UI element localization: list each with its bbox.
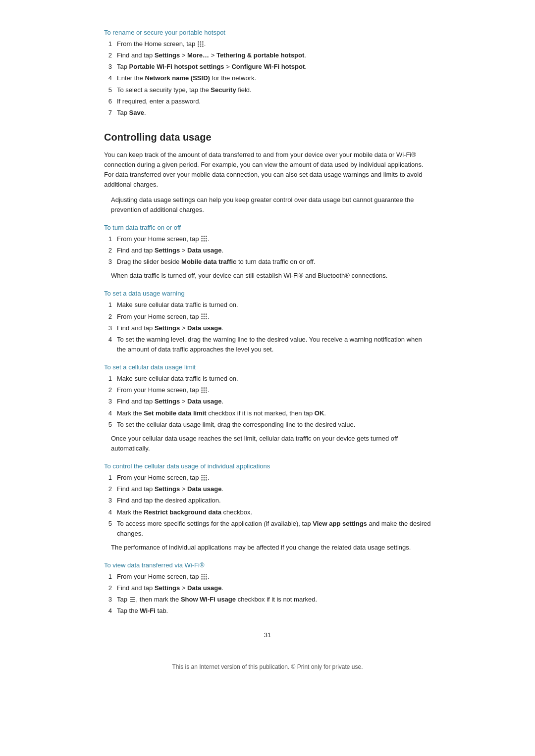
note-individual-apps: The performance of individual applicatio… [111,543,431,553]
svg-point-11 [206,236,207,238]
svg-point-4 [200,43,202,45]
svg-point-7 [200,46,202,47]
list-item: 3 Tap , then mark the Show Wi-Fi usage c… [104,595,431,605]
rename-hotspot-steps: 1 From the Home screen, tap . 2 Find and… [104,39,431,118]
svg-point-19 [204,313,205,315]
svg-point-47 [206,574,207,575]
intro-para-1: You can keep track of the amount of data… [104,150,431,190]
svg-point-27 [201,387,203,389]
apps-icon [197,40,204,48]
svg-point-0 [198,41,199,43]
apps-icon [201,313,208,320]
list-item: 3 Find and tap the desired application. [104,496,431,505]
section-title-turn-data: To turn data traffic on or off [104,224,431,231]
section-title-rename: To rename or secure your portable hotspo… [104,29,431,36]
list-item: 6 If required, enter a password. [104,97,431,106]
svg-point-36 [201,475,203,476]
note-data-limit: Once your cellular data usage reaches th… [111,434,431,454]
section-title-data-warning: To set a data usage warning [104,290,431,297]
svg-point-12 [201,238,203,240]
svg-point-1 [200,41,202,43]
apps-icon [201,474,208,481]
svg-point-23 [206,316,207,317]
list-item: 1 Make sure cellular data traffic is tur… [104,300,431,310]
svg-point-51 [201,578,203,580]
individual-apps-steps: 1 From your Home screen, tap . 2 Find an… [104,473,431,539]
svg-point-13 [204,238,205,240]
section-title-data-limit: To set a cellular data usage limit [104,363,431,371]
svg-point-2 [202,41,204,43]
svg-point-43 [204,479,205,481]
apps-icon [201,386,208,394]
svg-point-40 [204,477,205,478]
svg-point-16 [204,240,205,242]
svg-point-15 [201,240,203,242]
list-item: 4 Mark the Set mobile data limit checkbo… [104,408,431,418]
svg-point-21 [201,316,203,317]
svg-point-8 [202,46,204,47]
svg-point-24 [201,318,203,319]
svg-rect-54 [130,597,135,598]
svg-point-26 [206,318,207,319]
svg-point-17 [206,240,207,242]
data-warning-steps: 1 Make sure cellular data traffic is tur… [104,300,431,354]
list-item: 4 Tap the Wi-Fi tab. [104,606,431,616]
list-item: 3 Drag the slider beside Mobile data tra… [104,257,431,267]
list-item: 4 To set the warning level, drag the war… [104,335,431,354]
svg-point-28 [204,387,205,389]
svg-point-32 [206,389,207,391]
svg-point-31 [204,389,205,391]
svg-point-44 [206,479,207,481]
page-container: To rename or secure your portable hotspo… [74,0,461,700]
svg-point-3 [198,43,199,45]
main-heading: Controlling data usage [104,132,431,143]
wifi-data-steps: 1 From your Home screen, tap . 2 Find an… [104,572,431,616]
list-item: 5 To set the cellular data usage limit, … [104,420,431,430]
svg-point-37 [204,475,205,476]
svg-point-29 [206,387,207,389]
svg-point-35 [206,392,207,393]
list-item: 3 Tap Portable Wi-Fi hotspot settings > … [104,62,431,72]
list-item: 2 From your Home screen, tap . [104,385,431,395]
svg-point-42 [201,479,203,481]
svg-point-39 [201,477,203,478]
svg-point-18 [201,313,203,315]
svg-point-10 [204,236,205,238]
list-item: 3 Find and tap Settings > Data usage. [104,397,431,406]
list-item: 2 From your Home screen, tap . [104,312,431,322]
list-item: 5 To select a security type, tap the Sec… [104,85,431,95]
svg-point-5 [202,43,204,45]
list-item: 4 Enter the Network name (SSID) for the … [104,73,431,83]
rename-hotspot-section: To rename or secure your portable hotspo… [104,29,431,118]
list-item: 1 From your Home screen, tap . [104,572,431,582]
svg-point-38 [206,475,207,476]
svg-point-6 [198,46,199,47]
apps-icon [201,573,208,580]
list-item: 2 Find and tap Settings > More… > Tether… [104,50,431,60]
list-item: 2 Find and tap Settings > Data usage. [104,246,431,255]
svg-point-14 [206,238,207,240]
list-item: 7 Tap Save. [104,108,431,118]
svg-rect-55 [130,599,135,600]
svg-rect-56 [130,601,135,602]
svg-point-53 [206,578,207,580]
svg-point-45 [201,574,203,575]
page-number: 31 [104,631,431,639]
svg-point-30 [201,389,203,391]
svg-point-50 [206,576,207,577]
list-item: 3 Find and tap Settings > Data usage. [104,323,431,333]
data-limit-steps: 1 Make sure cellular data traffic is tur… [104,374,431,430]
list-item: 1 Make sure cellular data traffic is tur… [104,374,431,384]
list-item: 2 Find and tap Settings > Data usage. [104,484,431,494]
svg-point-22 [204,316,205,317]
list-item: 5 To access more specific settings for t… [104,519,431,539]
footer-text: This is an Internet version of this publ… [104,663,431,670]
svg-point-48 [201,576,203,577]
intro-para-2: Adjusting data usage settings can help y… [111,195,431,215]
set-data-limit-section: To set a cellular data usage limit 1 Mak… [104,363,431,454]
list-item: 4 Mark the Restrict background data chec… [104,507,431,517]
control-individual-apps-section: To control the cellular data usage of in… [104,462,431,553]
svg-point-34 [204,392,205,393]
turn-data-traffic-section: To turn data traffic on or off 1 From yo… [104,224,431,281]
svg-point-33 [201,392,203,393]
